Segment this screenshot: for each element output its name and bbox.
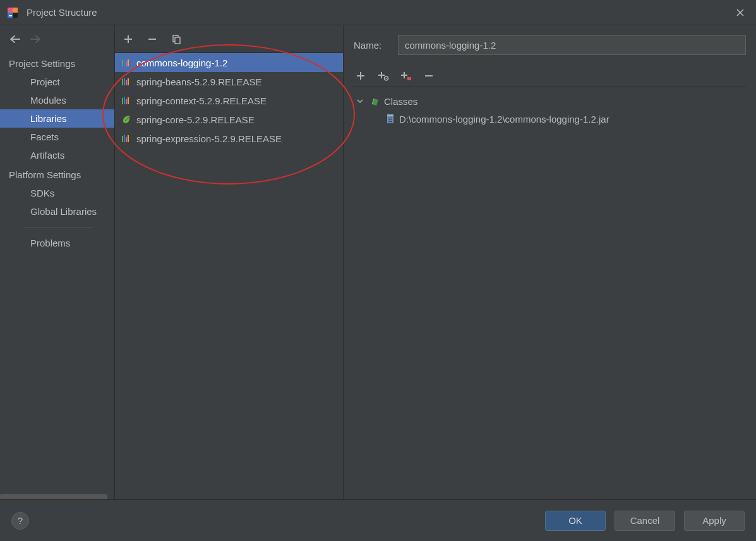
nav-panel: Project Settings Project Modules Librari…: [0, 25, 115, 499]
library-item[interactable]: spring-context-5.2.9.RELEASE: [115, 91, 343, 110]
svg-rect-6: [175, 37, 180, 44]
svg-rect-19: [122, 136, 123, 142]
add-root-from-disk-icon[interactable]: [378, 70, 389, 82]
svg-point-24: [386, 78, 387, 79]
svg-rect-10: [128, 59, 129, 66]
title-bar: Project Structure: [0, 0, 756, 25]
jar-file-icon: [385, 114, 395, 124]
library-bars-icon: [121, 76, 131, 87]
cancel-button[interactable]: Cancel: [615, 511, 675, 531]
add-root-icon[interactable]: [355, 70, 366, 82]
close-icon[interactable]: [731, 3, 750, 22]
svg-rect-15: [122, 98, 123, 104]
tree-node-label: Classes: [384, 96, 417, 107]
nav-history-arrows: [0, 25, 114, 53]
svg-rect-27: [387, 114, 393, 116]
svg-rect-7: [122, 60, 123, 66]
nav-item-sdks[interactable]: SDKs: [0, 184, 114, 202]
library-item[interactable]: spring-beans-5.2.9.RELEASE: [115, 72, 343, 91]
svg-rect-2: [13, 8, 18, 13]
spring-leaf-icon: [121, 114, 131, 125]
svg-rect-20: [124, 135, 125, 142]
ok-button[interactable]: OK: [545, 511, 606, 531]
intellij-icon: [6, 6, 19, 19]
library-item[interactable]: commons-logging-1.2: [115, 53, 343, 72]
name-label: Name:: [354, 40, 389, 51]
help-button[interactable]: ?: [11, 512, 29, 530]
tree-node-jar[interactable]: D:\commons-logging-1.2\commons-logging-1…: [356, 110, 743, 128]
library-item-label: spring-expression-5.2.9.RELEASE: [136, 133, 282, 144]
library-item-label: spring-beans-5.2.9.RELEASE: [136, 76, 261, 87]
library-list: commons-logging-1.2 spring-beans-5.2.9.R…: [115, 53, 343, 499]
svg-rect-17: [126, 99, 127, 104]
remove-root-icon[interactable]: [423, 70, 435, 82]
library-roots-tree: Classes D:\commons-logging-1.2\commons-l…: [354, 87, 746, 133]
svg-rect-1: [8, 8, 13, 13]
svg-rect-13: [126, 80, 127, 85]
svg-rect-4: [9, 15, 12, 16]
svg-rect-8: [124, 59, 125, 66]
nav-item-facets[interactable]: Facets: [0, 128, 114, 146]
svg-rect-16: [124, 97, 125, 104]
nav-forward-icon: [30, 35, 42, 44]
tree-node-label: D:\commons-logging-1.2\commons-logging-1…: [399, 114, 609, 125]
svg-rect-25: [407, 77, 411, 80]
nav-section-project-settings: Project Settings: [0, 53, 114, 73]
svg-rect-29: [388, 119, 392, 120]
chevron-down-icon[interactable]: [356, 97, 364, 105]
nav-section-platform-settings: Platform Settings: [0, 164, 114, 184]
list-toolbar: [115, 25, 343, 53]
svg-rect-14: [128, 78, 129, 85]
nav-item-project[interactable]: Project: [0, 73, 114, 91]
copy-library-icon[interactable]: [171, 33, 182, 45]
svg-rect-18: [128, 97, 129, 104]
main-area: Project Settings Project Modules Librari…: [0, 25, 756, 499]
svg-rect-28: [388, 118, 392, 118]
svg-rect-11: [122, 79, 123, 85]
nav-item-problems[interactable]: Problems: [0, 234, 114, 252]
library-bars-icon: [121, 133, 131, 143]
svg-rect-12: [124, 78, 125, 85]
library-item[interactable]: spring-expression-5.2.9.RELEASE: [115, 129, 343, 148]
add-library-icon[interactable]: [123, 33, 134, 45]
library-item[interactable]: spring-core-5.2.9.RELEASE: [115, 110, 343, 129]
svg-rect-30: [388, 121, 392, 122]
detail-toolbar: [354, 66, 746, 87]
remove-library-icon[interactable]: [147, 33, 158, 45]
nav-scroll-thumb[interactable]: [0, 494, 107, 499]
library-bars-icon: [121, 95, 131, 106]
window-title: Project Structure: [27, 7, 731, 18]
apply-button[interactable]: Apply: [684, 511, 745, 531]
library-item-label: commons-logging-1.2: [136, 58, 227, 68]
library-list-panel: commons-logging-1.2 spring-beans-5.2.9.R…: [115, 25, 344, 499]
add-excluded-root-icon[interactable]: [400, 70, 412, 82]
nav-item-artifacts[interactable]: Artifacts: [0, 146, 114, 164]
library-item-label: spring-core-5.2.9.RELEASE: [136, 114, 255, 125]
library-name-input[interactable]: [398, 35, 746, 55]
library-item-label: spring-context-5.2.9.RELEASE: [136, 95, 267, 106]
tree-node-classes[interactable]: Classes: [356, 92, 743, 110]
nav-item-libraries[interactable]: Libraries: [0, 109, 114, 128]
nav-divider: [23, 227, 92, 228]
nav-back-icon[interactable]: [9, 35, 20, 44]
library-bars-icon: [121, 58, 131, 68]
classes-folder-icon: [370, 96, 380, 106]
nav-item-global-libraries[interactable]: Global Libraries: [0, 202, 114, 221]
svg-rect-21: [126, 137, 127, 142]
svg-rect-9: [126, 61, 127, 66]
svg-rect-22: [128, 135, 129, 142]
footer: ? OK Cancel Apply: [0, 499, 756, 541]
name-row: Name:: [354, 35, 746, 55]
detail-panel: Name:: [344, 25, 756, 499]
nav-item-modules[interactable]: Modules: [0, 91, 114, 109]
